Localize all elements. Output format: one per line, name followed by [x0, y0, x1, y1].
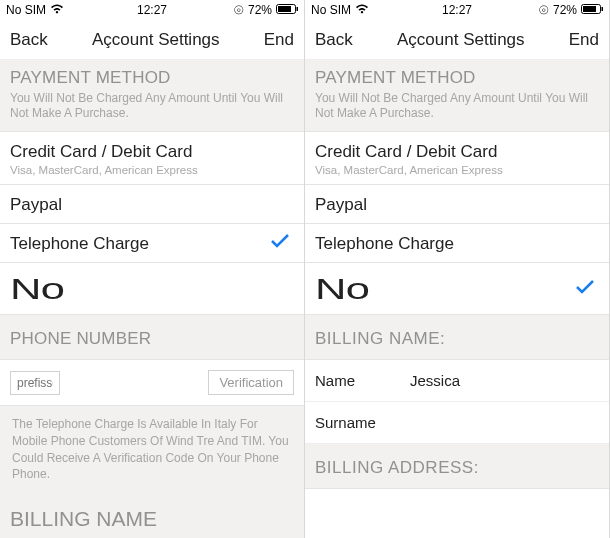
- surname-field-row[interactable]: Surname: [305, 402, 609, 444]
- check-icon: [576, 280, 594, 298]
- status-bar: No SIM 12:27 ⦾ 72%: [305, 0, 609, 20]
- carrier-text: No SIM: [6, 3, 46, 17]
- credit-card-sub: Visa, MasterCard, American Express: [315, 164, 599, 176]
- verification-button[interactable]: Verification: [208, 370, 294, 395]
- status-time: 12:27: [442, 3, 472, 17]
- credit-card-sub: Visa, MasterCard, American Express: [10, 164, 294, 176]
- payment-method-section: PAYMENT METHOD You Will Not Be Charged A…: [0, 60, 304, 132]
- phone-number-section: PHONE NUMBER: [0, 315, 304, 360]
- orientation-lock-icon: ⦾: [539, 3, 549, 17]
- billing-name-section: BILLING NAME: [0, 493, 304, 538]
- end-button[interactable]: End: [264, 30, 294, 50]
- back-button[interactable]: Back: [315, 30, 353, 50]
- no-option[interactable]: No: [305, 263, 609, 315]
- svg-rect-4: [601, 7, 603, 11]
- wifi-icon: [355, 3, 369, 17]
- status-bar: No SIM 12:27 ⦾ 72%: [0, 0, 304, 20]
- prefix-input[interactable]: [10, 371, 60, 395]
- back-button[interactable]: Back: [10, 30, 48, 50]
- name-value: Jessica: [410, 372, 460, 389]
- orientation-lock-icon: ⦾: [234, 3, 244, 17]
- phone-input-row: Verification: [0, 360, 304, 406]
- payment-method-title: PAYMENT METHOD: [10, 68, 294, 88]
- battery-icon: [276, 3, 298, 17]
- nav-bar: Back Açcount Settings End: [0, 20, 304, 60]
- phone-number-title: PHONE NUMBER: [10, 329, 294, 349]
- billing-address-title: BILLING ADDRESS:: [315, 458, 599, 478]
- paypal-option[interactable]: Paypal: [305, 185, 609, 224]
- no-option[interactable]: No: [0, 263, 304, 315]
- billing-name-title: BILLING NAME:: [315, 329, 599, 349]
- paypal-label: Paypal: [10, 195, 294, 215]
- telephone-label: Telephone Charge: [315, 234, 599, 254]
- battery-pct: 72%: [553, 3, 577, 17]
- name-field-row[interactable]: Name Jessica: [305, 360, 609, 402]
- surname-label: Surname: [315, 414, 410, 431]
- paypal-label: Paypal: [315, 195, 599, 215]
- svg-rect-5: [583, 6, 596, 12]
- telephone-charge-option[interactable]: Telephone Charge: [0, 224, 304, 263]
- right-screen: No SIM 12:27 ⦾ 72% Back Açcount Settings…: [305, 0, 610, 538]
- no-label: No: [10, 273, 305, 306]
- telephone-label: Telephone Charge: [10, 234, 294, 254]
- paypal-option[interactable]: Paypal: [0, 185, 304, 224]
- payment-method-title: PAYMENT METHOD: [315, 68, 599, 88]
- nav-title: Açcount Settings: [92, 30, 220, 50]
- battery-pct: 72%: [248, 3, 272, 17]
- left-screen: No SIM 12:27 ⦾ 72% Back Açcount Settings…: [0, 0, 305, 538]
- battery-icon: [581, 3, 603, 17]
- telephone-info: The Telephone Charge Is Available In Ita…: [0, 406, 304, 493]
- payment-method-section: PAYMENT METHOD You Will Not Be Charged A…: [305, 60, 609, 132]
- svg-rect-2: [278, 6, 291, 12]
- end-button[interactable]: End: [569, 30, 599, 50]
- payment-method-sub: You Will Not Be Charged Any Amount Until…: [10, 91, 294, 121]
- billing-name-title: BILLING NAME: [10, 507, 294, 531]
- telephone-info-text: The Telephone Charge Is Available In Ita…: [12, 416, 292, 483]
- credit-card-option[interactable]: Credit Card / Debit Card Visa, MasterCar…: [305, 132, 609, 185]
- credit-card-option[interactable]: Credit Card / Debit Card Visa, MasterCar…: [0, 132, 304, 185]
- status-time: 12:27: [137, 3, 167, 17]
- telephone-charge-option[interactable]: Telephone Charge: [305, 224, 609, 263]
- svg-rect-1: [296, 7, 298, 11]
- nav-title: Açcount Settings: [397, 30, 525, 50]
- name-label: Name: [315, 372, 410, 389]
- billing-address-section: BILLING ADDRESS:: [305, 444, 609, 489]
- wifi-icon: [50, 3, 64, 17]
- no-label: No: [315, 273, 610, 306]
- credit-card-label: Credit Card / Debit Card: [315, 142, 599, 162]
- nav-bar: Back Açcount Settings End: [305, 20, 609, 60]
- carrier-text: No SIM: [311, 3, 351, 17]
- credit-card-label: Credit Card / Debit Card: [10, 142, 294, 162]
- payment-method-sub: You Will Not Be Charged Any Amount Until…: [315, 91, 599, 121]
- check-icon: [271, 234, 289, 252]
- billing-name-section: BILLING NAME:: [305, 315, 609, 360]
